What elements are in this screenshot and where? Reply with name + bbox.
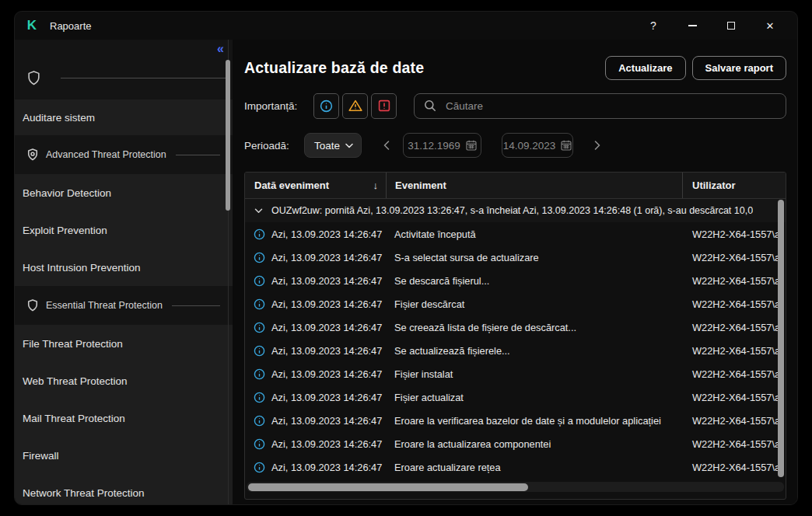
table-row[interactable]: Azi, 13.09.2023 14:26:47 Eroare actualiz… [245,455,786,479]
event-date: Azi, 13.09.2023 14:26:47 [271,438,382,450]
importance-label: Importanță: [244,100,313,112]
table-row[interactable]: Azi, 13.09.2023 14:26:47 Eroare la actua… [245,432,786,455]
severity-critical-button[interactable] [371,93,397,119]
chevron-left-icon [383,141,390,150]
search-icon [424,99,436,112]
horizontal-scrollbar-track[interactable] [247,482,784,492]
table-row[interactable]: Azi, 13.09.2023 14:26:47 Fișier descărca… [245,292,786,316]
divider-line [172,305,220,306]
column-header-date[interactable]: Dată eveniment ↓ [245,173,386,198]
next-period-button[interactable] [594,141,600,150]
event-user: W22H2-X64-1557\a [682,345,786,357]
task-group-summary: OUZwf2uw: pornită Azi, 13.09.2023 13:26:… [271,205,753,216]
sidebar-scrollbar-thumb[interactable] [226,60,230,211]
sidebar-item-label: Web Threat Protection [23,375,128,387]
table-row[interactable]: Azi, 13.09.2023 14:26:47 Se descarcă fiș… [245,269,786,292]
date-from-field[interactable]: 31.12.1969 [403,133,481,158]
event-text: Se creează lista de fișiere de descărcat… [386,322,682,333]
vertical-scrollbar-thumb[interactable] [778,200,784,477]
event-text: Activitate începută [386,228,682,240]
table-header: Dată eveniment ↓ Eveniment Utilizator [245,173,786,199]
save-report-button[interactable]: Salvare raport [692,56,786,80]
sidebar-item-label: Exploit Prevention [23,225,107,236]
event-date: Azi, 13.09.2023 14:26:47 [271,275,382,287]
severity-warning-button[interactable] [342,93,368,119]
info-icon [254,275,265,287]
event-date: Azi, 13.09.2023 14:26:47 [271,345,382,357]
sidebar-top-divider [27,71,229,85]
sidebar-item-network-threat-protection[interactable]: Network Threat Protection [15,474,233,505]
sidebar-item-behavior-detection[interactable]: Behavior Detection [15,174,233,211]
info-icon [254,368,265,380]
info-icon [254,345,265,357]
close-icon: ✕ [766,20,775,32]
table-row[interactable]: Azi, 13.09.2023 14:26:47 Fișier actualiz… [245,385,786,409]
sidebar-section-advanced-threat-protection: Advanced Threat Protection [15,135,233,174]
severity-filter-group [313,93,397,119]
divider-line [176,155,220,155]
event-date: Azi, 13.09.2023 14:26:47 [271,228,382,240]
column-header-user[interactable]: Utilizator [682,173,786,198]
event-user: W22H2-X64-1557\a [682,252,786,263]
table-row[interactable]: Azi, 13.09.2023 14:26:47 S-a selectat su… [245,246,786,269]
event-user: W22H2-X64-1557\a [682,438,786,450]
event-user: W22H2-X64-1557\a [682,275,786,287]
event-user: W22H2-X64-1557\a [682,322,786,333]
column-header-event[interactable]: Eveniment [386,173,682,198]
sidebar-item-label: Firewall [23,450,59,462]
collapse-sidebar-button[interactable]: « [217,42,223,56]
sidebar-item-label: Behavior Detection [23,187,111,199]
sidebar-top-section: « [15,40,233,99]
info-icon [254,438,265,450]
table-row[interactable]: Azi, 13.09.2023 14:26:47 Eroare la verif… [245,409,786,432]
event-user: W22H2-X64-1557\a [682,228,786,240]
calendar-icon [466,140,477,151]
sidebar-item-web-threat-protection[interactable]: Web Threat Protection [15,362,233,399]
event-text: Fișier actualizat [386,392,682,403]
window-title: Rapoarte [50,20,91,32]
search-input[interactable] [444,99,776,113]
sidebar-item-exploit-prevention[interactable]: Exploit Prevention [15,211,233,249]
minimize-button[interactable] [673,14,712,37]
update-button[interactable]: Actualizare [605,56,685,80]
calendar-icon [561,140,572,151]
severity-info-button[interactable] [313,93,339,119]
events-table: Dată eveniment ↓ Eveniment Utilizator [244,172,786,500]
date-to-field[interactable]: 14.09.2023 [502,133,573,158]
period-select[interactable]: Toate [304,133,362,158]
event-user: W22H2-X64-1557\a [682,368,786,380]
info-icon [254,252,265,263]
close-button[interactable]: ✕ [751,14,789,37]
sidebar-item-auditare-sistem[interactable]: Auditare sistem [15,99,233,135]
sidebar-item-firewall[interactable]: Firewall [15,437,233,474]
info-icon [254,392,265,403]
date-from-value: 31.12.1969 [408,140,460,152]
table-row[interactable]: Azi, 13.09.2023 14:26:47 Activitate înce… [245,222,786,246]
sidebar-item-host-intrusion-prevention[interactable]: Host Intrusion Prevention [15,249,233,286]
sidebar-item-file-threat-protection[interactable]: File Threat Protection [15,325,233,362]
help-button[interactable]: ? [634,14,673,37]
previous-period-button[interactable] [383,141,390,150]
event-date: Azi, 13.09.2023 14:26:47 [271,368,382,380]
info-icon [254,322,265,333]
sort-descending-icon[interactable]: ↓ [373,180,379,191]
table-row[interactable]: Azi, 13.09.2023 14:26:47 Se actualizează… [245,339,786,362]
app-window: K Rapoarte ? ✕ « Auditare [14,11,798,505]
sidebar-item-label: Host Intrusion Prevention [23,262,141,274]
event-user: W22H2-X64-1557\a [682,462,786,473]
date-to-value: 14.09.2023 [503,140,556,152]
main-content: Actualizare bază de date Actualizare Sal… [233,40,797,505]
period-select-value: Toate [314,140,340,152]
sidebar-section-label: Advanced Threat Protection [46,149,166,160]
sidebar-item-mail-threat-protection[interactable]: Mail Threat Protection [15,399,233,437]
table-row[interactable]: Azi, 13.09.2023 14:26:47 Se creează list… [245,316,786,339]
horizontal-scrollbar-thumb[interactable] [248,483,528,491]
table-row[interactable]: Azi, 13.09.2023 14:26:47 Fișier instalat… [245,362,786,385]
sidebar-section-essential-threat-protection: Essential Threat Protection [15,286,233,325]
info-icon [320,99,333,113]
event-text: S-a selectat sursa de actualizare [386,252,682,263]
info-icon [254,462,265,473]
maximize-button[interactable] [712,14,751,37]
event-text: Fișier instalat [386,368,682,380]
task-group-row[interactable]: OUZwf2uw: pornită Azi, 13.09.2023 13:26:… [245,199,786,222]
